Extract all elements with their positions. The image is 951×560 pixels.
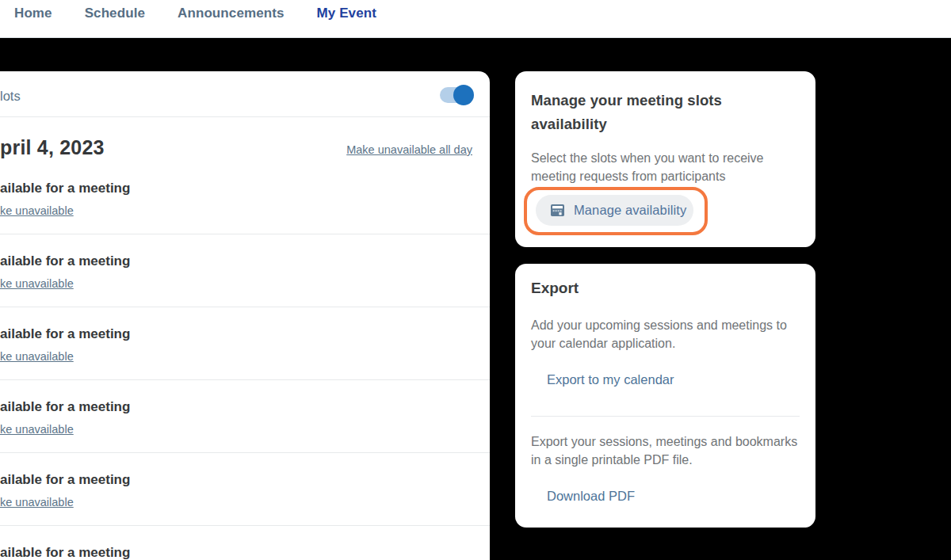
nav-item-schedule[interactable]: Schedule — [85, 6, 145, 37]
top-nav: Home Schedule Announcements My Event — [0, 0, 951, 38]
manage-availability-button-label: Manage availability — [574, 203, 686, 218]
nav-item-my-event[interactable]: My Event — [317, 6, 376, 37]
slot-title: ailable for a meeting — [0, 398, 472, 417]
slot-title: ailable for a meeting — [0, 470, 472, 490]
slot-row: ailable for a meeting ke unavailable — [0, 234, 490, 307]
slot-row: ailable for a meeting ke unavailable — [0, 380, 490, 453]
make-unavailable-link[interactable]: ke unavailable — [0, 494, 74, 510]
export-pdf-text: Export your sessions, meetings and bookm… — [531, 432, 800, 469]
nav-item-home[interactable]: Home — [14, 6, 52, 37]
export-to-calendar-link[interactable]: Export to my calendar — [547, 371, 674, 388]
availability-card: Manage your meeting slots availability S… — [515, 71, 815, 247]
export-calendar-text: Add your upcoming sessions and meetings … — [531, 316, 800, 352]
slot-row: ailable for a meeting ke unavailable — [0, 453, 490, 526]
slot-list: ailable for a meeting ke unavailable ail… — [0, 162, 490, 560]
make-unavailable-link[interactable]: ke unavailable — [0, 349, 74, 364]
toggle-knob-icon — [453, 85, 474, 105]
app-screenshot: Home Schedule Announcements My Event lot… — [0, 0, 951, 560]
slot-title: ailable for a meeting — [0, 179, 472, 198]
manage-availability-button[interactable]: Manage availability — [536, 195, 693, 226]
make-unavailable-all-day-link[interactable]: Make unavailable all day — [346, 142, 472, 158]
slot-row: ailable for a meeting ke unavailable — [0, 162, 490, 234]
slot-row: ailable for a meeting ke unavailable — [0, 526, 490, 560]
export-card-divider — [531, 416, 800, 417]
make-unavailable-link[interactable]: ke unavailable — [0, 421, 74, 437]
make-unavailable-link[interactable]: ke unavailable — [0, 203, 74, 219]
slots-header-label: lots — [0, 87, 21, 105]
slot-title: ailable for a meeting — [0, 543, 472, 560]
slot-title: ailable for a meeting — [0, 252, 472, 271]
slots-toggle[interactable] — [440, 87, 472, 103]
nav-item-announcements[interactable]: Announcements — [178, 6, 284, 37]
calendar-icon — [550, 203, 565, 218]
availability-card-title: Manage your meeting slots availability — [531, 89, 769, 136]
meeting-slots-panel: lots pril 4, 2023 Make unavailable all d… — [0, 71, 490, 560]
export-card: Export Add your upcoming sessions and me… — [515, 264, 815, 528]
export-card-title: Export — [531, 280, 800, 297]
date-header-row: pril 4, 2023 Make unavailable all day — [0, 117, 490, 162]
download-pdf-link[interactable]: Download PDF — [547, 487, 635, 505]
date-heading: pril 4, 2023 — [0, 136, 105, 158]
slot-row: ailable for a meeting ke unavailable — [0, 307, 490, 380]
make-unavailable-link[interactable]: ke unavailable — [0, 276, 74, 291]
slot-title: ailable for a meeting — [0, 325, 472, 344]
availability-card-description: Select the slots when you want to receiv… — [531, 149, 800, 185]
slots-panel-header: lots — [0, 71, 490, 117]
